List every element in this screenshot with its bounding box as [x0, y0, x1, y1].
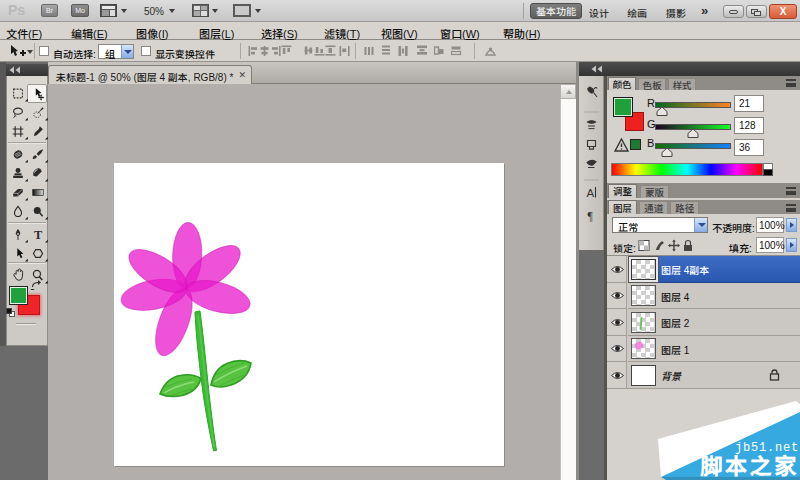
svg-text:A: A	[587, 187, 595, 199]
svg-text:T: T	[34, 228, 43, 242]
svg-text:脚本之家: 脚本之家	[700, 448, 799, 480]
svg-text:¶: ¶	[588, 210, 594, 222]
